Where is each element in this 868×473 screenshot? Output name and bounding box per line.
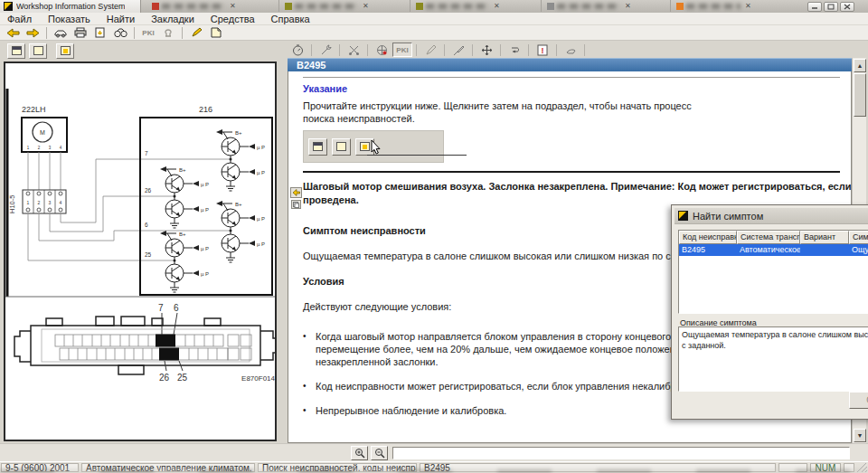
svg-text:B+: B+ — [179, 232, 186, 237]
horizontal-scrollbar[interactable] — [392, 447, 850, 459]
column-variant[interactable]: Вариант — [800, 231, 849, 244]
tab-close-icon[interactable]: ✕ — [745, 2, 751, 10]
stamp-icon[interactable] — [159, 26, 177, 40]
highlighted-pins-7-6 — [156, 335, 175, 347]
vehicle-button[interactable] — [52, 26, 70, 40]
svg-text:µ P: µ P — [201, 182, 209, 187]
forward-button[interactable] — [24, 26, 42, 40]
svg-text:26: 26 — [145, 187, 152, 194]
svg-text:µ P: µ P — [201, 246, 209, 251]
mouse-cursor — [371, 140, 382, 155]
pki-document-button[interactable]: PKI — [392, 43, 412, 57]
tab-favicon — [416, 3, 423, 10]
search-binoculars-button[interactable] — [111, 26, 129, 40]
marked-page-button[interactable] — [56, 43, 74, 59]
hand-tool-icon[interactable] — [561, 43, 580, 57]
blurred-tab[interactable]: ✕ — [282, 0, 410, 12]
svg-text:4: 4 — [60, 146, 62, 150]
svg-text:25: 25 — [145, 251, 152, 258]
note-text: Прочитайте инструкции ниже. Щелкните зат… — [303, 99, 693, 125]
wis-app-icon — [678, 211, 688, 221]
wrench-icon[interactable] — [316, 43, 335, 57]
svg-text:B+: B+ — [235, 202, 242, 207]
svg-text:µ P: µ P — [257, 145, 265, 150]
zoom-in-button[interactable] — [351, 446, 368, 460]
motor-symbol: M — [40, 129, 45, 136]
brush-icon[interactable] — [448, 43, 468, 57]
blurred-tab[interactable]: ✕ — [149, 0, 279, 12]
export-button[interactable] — [91, 26, 109, 40]
close-button[interactable] — [840, 2, 854, 12]
maximize-button[interactable] — [824, 2, 838, 12]
menu-file[interactable]: Файл — [7, 14, 32, 24]
pki-button[interactable]: PKI — [139, 26, 157, 40]
highlighted-pins-26-25 — [159, 348, 179, 361]
thick-divider — [303, 171, 840, 173]
scroll-up-icon[interactable]: ▲ — [854, 59, 866, 72]
copy-link-button[interactable] — [291, 200, 301, 209]
move-icon[interactable] — [476, 43, 496, 57]
back-button[interactable] — [4, 26, 22, 40]
highlighter-button[interactable] — [187, 26, 205, 40]
fault-code-title: B2495 — [297, 60, 326, 71]
main-toolbar: PKI — [0, 25, 868, 41]
page-icon — [33, 46, 43, 55]
underline — [367, 155, 467, 156]
minimize-button[interactable] — [807, 2, 822, 12]
cell-variant — [800, 244, 849, 256]
back-link-button[interactable] — [290, 187, 302, 198]
figure-code: E870F014 — [241, 374, 275, 383]
open-button[interactable]: Открыть — [849, 392, 868, 409]
bottom-bar — [0, 443, 868, 461]
page-icon — [336, 142, 346, 151]
undo-icon[interactable] — [505, 43, 524, 57]
connector-label: H10-5 — [8, 195, 16, 213]
menu-find[interactable]: Найти — [107, 14, 135, 24]
column-symptom[interactable]: Симптом — [849, 231, 868, 244]
menu-view[interactable]: Показать — [48, 14, 90, 24]
scrollbar-thumb[interactable] — [854, 73, 866, 117]
table-row[interactable]: B2495 Автоматическое... Ощущаемая темпер… — [679, 244, 868, 256]
column-fault-code[interactable]: Код неисправн... — [679, 231, 737, 244]
fault-title-line1: Шаговый мотор смешивания возуха. Заслонк… — [303, 180, 851, 194]
subsection-overview-button[interactable] — [308, 138, 327, 156]
svg-text:4: 4 — [60, 200, 62, 205]
timer-icon[interactable] — [288, 43, 307, 57]
globe-icon[interactable] — [372, 43, 392, 57]
column-system[interactable]: Система трансп... — [737, 231, 800, 244]
overview-view-button[interactable] — [7, 43, 25, 59]
note-heading[interactable]: Указание — [303, 83, 851, 94]
svg-text:3: 3 — [49, 200, 52, 205]
tab-close-icon[interactable]: ✕ — [230, 2, 236, 10]
window-icon — [313, 142, 323, 151]
zoom-out-button[interactable] — [371, 446, 388, 460]
page-view-button[interactable] — [29, 43, 47, 59]
alert-document-icon[interactable]: ! — [533, 43, 552, 57]
symptom-description-box: Ощущаемая температура в салоне слишком в… — [678, 326, 868, 392]
print-button[interactable] — [71, 26, 90, 40]
tab-workshop-information-system[interactable]: Workshop Information System — [0, 0, 141, 13]
ecu-label: 216 — [199, 105, 212, 114]
tab-close-icon[interactable]: ✕ — [625, 2, 631, 10]
pliers-icon[interactable] — [344, 43, 363, 57]
menu-bookmarks[interactable]: Закладки — [151, 14, 194, 24]
menu-tools[interactable]: Средства — [211, 14, 255, 24]
blurred-tab[interactable]: ✕ — [544, 0, 671, 12]
svg-text:B+: B+ — [179, 167, 186, 173]
svg-text:!: ! — [542, 46, 544, 55]
subsection-page-button[interactable] — [332, 138, 351, 156]
menu-help[interactable]: Справка — [271, 14, 310, 24]
blurred-tab[interactable]: ✕ — [674, 0, 798, 12]
dialog-titlebar[interactable]: Найти симптом — [675, 208, 868, 224]
tab-favicon — [547, 3, 554, 10]
pencil-icon[interactable] — [420, 43, 440, 57]
tab-close-icon[interactable]: ✕ — [363, 2, 369, 10]
table-header-row: Код неисправн... Система трансп... Вариа… — [679, 231, 868, 244]
scroll-down-icon[interactable]: ▼ — [854, 429, 866, 442]
tab-close-icon[interactable]: ✕ — [494, 2, 500, 10]
divider — [303, 77, 840, 78]
note-button[interactable] — [207, 26, 225, 40]
wiring-diagram: 222LH M 1 2 3 4 H10-5 1 2 3 4 216 7 26 — [5, 63, 277, 441]
blurred-tab[interactable]: ✕ — [413, 0, 542, 12]
find-symptom-dialog: Найти симптом Код неисправн... Система т… — [671, 204, 868, 420]
